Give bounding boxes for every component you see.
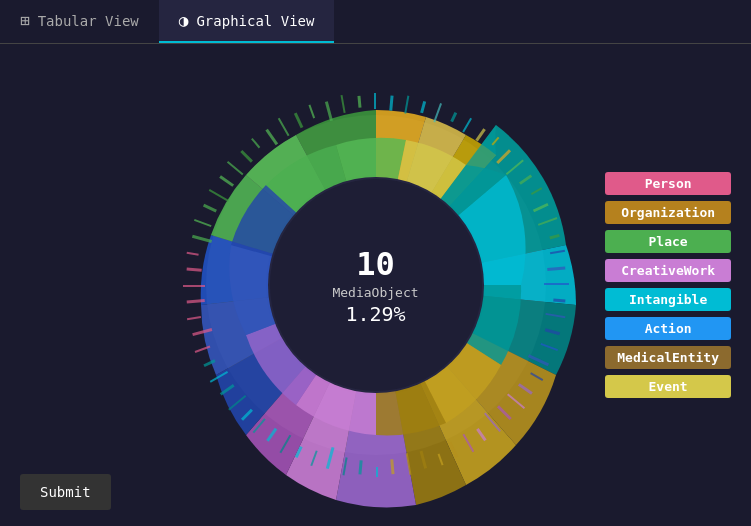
submit-button[interactable]: Submit xyxy=(20,474,111,510)
svg-rect-67 xyxy=(226,161,243,175)
legend-item-action[interactable]: Action xyxy=(605,317,731,340)
svg-rect-71 xyxy=(277,118,289,136)
tab-bar: ⊞ Tabular View ◑ Graphical View xyxy=(0,0,751,44)
svg-rect-57 xyxy=(186,316,200,320)
svg-rect-59 xyxy=(183,285,205,287)
legend: PersonOrganizationPlaceCreativeWorkIntan… xyxy=(605,172,731,398)
svg-rect-60 xyxy=(186,267,201,271)
svg-rect-12 xyxy=(475,128,485,141)
sunburst-chart[interactable] xyxy=(136,45,616,525)
svg-rect-70 xyxy=(265,129,278,145)
tab-graphical-label: Graphical View xyxy=(196,13,314,29)
svg-rect-74 xyxy=(324,101,332,121)
svg-rect-41 xyxy=(376,467,378,477)
svg-rect-75 xyxy=(340,95,345,113)
tab-tabular-label: Tabular View xyxy=(38,13,139,29)
svg-rect-65 xyxy=(208,189,228,202)
svg-rect-76 xyxy=(357,96,361,108)
svg-rect-72 xyxy=(293,112,302,128)
legend-item-medicalentity[interactable]: MedicalEntity xyxy=(605,346,731,369)
graphical-icon: ◑ xyxy=(179,11,189,30)
legend-item-intangible[interactable]: Intangible xyxy=(605,288,731,311)
svg-rect-8 xyxy=(420,101,426,113)
svg-rect-7 xyxy=(404,96,409,114)
svg-rect-62 xyxy=(191,235,211,243)
tab-tabular[interactable]: ⊞ Tabular View xyxy=(0,0,159,43)
svg-rect-61 xyxy=(186,252,198,256)
svg-rect-23 xyxy=(544,283,569,285)
svg-rect-9 xyxy=(433,103,442,122)
svg-rect-69 xyxy=(251,138,260,148)
svg-rect-63 xyxy=(193,219,211,227)
svg-rect-10 xyxy=(450,112,457,122)
svg-rect-66 xyxy=(219,175,234,187)
legend-item-organization[interactable]: Organization xyxy=(605,201,731,224)
svg-point-79 xyxy=(270,179,482,391)
legend-item-creativework[interactable]: CreativeWork xyxy=(605,259,731,282)
tabular-icon: ⊞ xyxy=(20,11,30,30)
legend-item-person[interactable]: Person xyxy=(605,172,731,195)
tab-graphical[interactable]: ◑ Graphical View xyxy=(159,0,335,43)
chart-area: 10 MediaObject 1.29% xyxy=(116,45,636,525)
svg-rect-77 xyxy=(374,93,376,109)
svg-rect-73 xyxy=(308,105,315,119)
main-content: 10 MediaObject 1.29% PersonOrganizationP… xyxy=(0,44,751,526)
svg-rect-68 xyxy=(240,150,253,163)
legend-item-place[interactable]: Place xyxy=(605,230,731,253)
legend-item-event[interactable]: Event xyxy=(605,375,731,398)
svg-rect-6 xyxy=(389,96,393,111)
svg-rect-11 xyxy=(462,118,472,133)
svg-rect-64 xyxy=(202,204,216,213)
